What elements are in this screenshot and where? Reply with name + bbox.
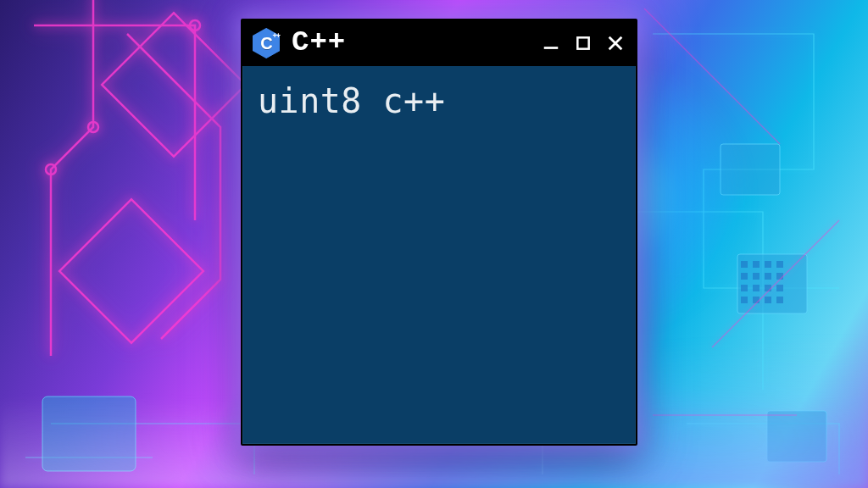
- svg-rect-13: [753, 285, 760, 291]
- svg-rect-15: [776, 285, 783, 291]
- svg-rect-20: [102, 13, 246, 157]
- svg-rect-5: [753, 261, 760, 268]
- terminal-window: C ++ C++ uint8 c++: [241, 19, 637, 446]
- svg-rect-17: [753, 297, 760, 303]
- svg-rect-18: [765, 297, 771, 303]
- svg-rect-19: [776, 297, 783, 303]
- svg-rect-6: [765, 261, 771, 268]
- svg-rect-7: [776, 261, 783, 268]
- svg-rect-10: [765, 273, 771, 280]
- svg-rect-4: [741, 261, 748, 268]
- svg-rect-3: [767, 411, 826, 462]
- svg-point-23: [190, 20, 200, 30]
- svg-rect-21: [59, 199, 203, 343]
- svg-rect-1: [737, 254, 807, 313]
- minimize-button[interactable]: [539, 31, 563, 55]
- svg-rect-2: [42, 396, 136, 471]
- svg-point-24: [88, 122, 98, 132]
- svg-rect-14: [765, 285, 771, 291]
- cpp-logo-icon: C ++: [249, 26, 283, 60]
- svg-rect-9: [753, 273, 760, 280]
- close-button[interactable]: [604, 31, 627, 55]
- svg-rect-27: [577, 37, 588, 48]
- svg-rect-11: [776, 273, 783, 280]
- window-controls: [539, 31, 627, 55]
- svg-rect-8: [741, 273, 748, 280]
- maximize-button[interactable]: [571, 31, 595, 55]
- window-title: C++: [292, 28, 346, 57]
- terminal-content[interactable]: uint8 c++: [242, 66, 636, 444]
- svg-rect-0: [721, 144, 780, 195]
- svg-point-22: [46, 164, 56, 175]
- svg-rect-12: [741, 285, 748, 291]
- titlebar[interactable]: C ++ C++: [242, 20, 636, 66]
- terminal-line: uint8 c++: [258, 80, 620, 122]
- svg-rect-16: [741, 297, 748, 303]
